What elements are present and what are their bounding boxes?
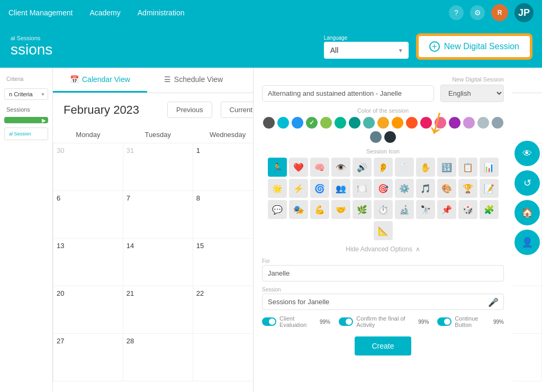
session-icon[interactable]: 🏃 [268, 158, 287, 177]
calendar-cell[interactable]: 30 [53, 143, 123, 191]
session-icon[interactable]: ⏱️ [374, 200, 393, 219]
nav-client-management[interactable]: Client Management [8, 8, 73, 17]
color-dot[interactable] [320, 117, 332, 129]
avatar[interactable]: R [491, 4, 508, 21]
color-dot[interactable] [449, 117, 460, 129]
sidebar-green-item[interactable]: ▶ [4, 117, 48, 123]
create-button[interactable]: Create [355, 336, 411, 355]
session-icon[interactable]: 🎲 [458, 200, 477, 219]
calendar-cell[interactable]: 1 [193, 143, 263, 191]
calendar-cell[interactable]: 7 [123, 191, 193, 239]
color-dot[interactable] [306, 117, 318, 129]
calendar-cell[interactable]: 8 [193, 191, 263, 239]
calendar-cell[interactable]: 20 [53, 286, 123, 334]
session-icon[interactable]: 🎨 [437, 179, 456, 198]
calendar-cell[interactable]: 21 [123, 286, 193, 334]
session-icon[interactable]: 🎵 [416, 179, 435, 198]
tab-schedule-view[interactable]: ☰ Schedule View [147, 68, 240, 93]
logo-icon[interactable]: JP [514, 3, 534, 22]
continue-btn-toggle: Continue Button 99% [437, 315, 504, 328]
session-icon[interactable]: 💪 [310, 200, 329, 219]
client-eval-switch[interactable] [262, 317, 276, 326]
filter-select[interactable]: n Criteria All [4, 88, 48, 100]
color-dot[interactable] [335, 117, 346, 129]
settings-icon[interactable]: ⚙ [470, 5, 485, 20]
prev-button[interactable]: Previous [167, 102, 212, 118]
session-icon[interactable]: 👥 [331, 179, 350, 198]
session-icon[interactable]: 📝 [480, 179, 499, 198]
calendar-cell[interactable]: 6 [53, 191, 123, 239]
color-dot[interactable] [420, 117, 432, 129]
calendar-cell[interactable]: 22 [193, 286, 263, 334]
for-input[interactable] [262, 265, 504, 281]
session-icon[interactable]: ✋ [416, 158, 435, 177]
right-icon-refresh[interactable]: ↺ [514, 170, 540, 196]
right-icon-user[interactable]: 👤 [514, 230, 540, 255]
continue-btn-switch[interactable] [437, 317, 451, 326]
calendar-cell[interactable]: 15 [193, 239, 263, 286]
session-icon[interactable]: 🧠 [310, 158, 329, 177]
session-icon[interactable]: 🔊 [353, 158, 372, 177]
session-icon[interactable]: 🏆 [458, 179, 477, 198]
help-icon[interactable]: ? [449, 5, 464, 20]
tab-calendar-view[interactable]: 📅 Calendar View [53, 68, 147, 93]
sidebar-session-item[interactable]: al Session [4, 127, 48, 140]
session-icon[interactable]: 👂 [374, 158, 393, 177]
confirm-final-switch[interactable] [339, 317, 353, 326]
session-icon[interactable]: 🌟 [268, 179, 287, 198]
session-icon[interactable]: 🍽️ [353, 179, 372, 198]
nav-administration[interactable]: Administration [138, 8, 185, 17]
session-icon[interactable]: 🔢 [437, 158, 456, 177]
color-dot[interactable] [435, 117, 446, 129]
session-icon[interactable]: 🌀 [310, 179, 329, 198]
session-input[interactable] [262, 294, 504, 310]
session-icon[interactable]: 💬 [268, 200, 287, 219]
color-dot[interactable] [406, 117, 418, 129]
session-icon[interactable]: 🌿 [353, 200, 372, 219]
session-icon[interactable]: 👁️ [331, 158, 350, 177]
session-icon[interactable]: 📌 [437, 200, 456, 219]
color-dot[interactable] [463, 117, 475, 129]
session-icon[interactable]: 📊 [480, 158, 499, 177]
session-name-input[interactable] [262, 85, 434, 102]
nav-academy[interactable]: Academy [89, 8, 120, 17]
color-dot[interactable] [477, 117, 489, 129]
session-icon[interactable]: 📋 [458, 158, 477, 177]
session-icon[interactable]: ❤️ [289, 158, 308, 177]
calendar-cell[interactable]: 28 [123, 334, 193, 381]
session-icon[interactable]: 🧩 [480, 200, 499, 219]
advanced-options-toggle[interactable]: Hide Advanced Options ∧ [262, 245, 504, 253]
right-icon-eye[interactable]: 👁 [514, 141, 540, 166]
color-dot[interactable] [492, 117, 503, 129]
color-dot[interactable] [370, 131, 382, 143]
chevron-up-icon: ∧ [415, 245, 420, 253]
session-panel: New Digital Session English Spanish Colo… [253, 68, 512, 392]
color-dot[interactable] [377, 117, 389, 129]
language-session-select[interactable]: English Spanish [440, 85, 504, 102]
right-icon-home[interactable]: 🏠 [514, 200, 540, 225]
color-dot[interactable] [292, 117, 303, 129]
color-dot[interactable] [363, 117, 375, 129]
calendar-cell[interactable]: 13 [53, 239, 123, 286]
color-dot[interactable] [392, 117, 403, 129]
color-dot[interactable] [263, 117, 275, 129]
session-icon[interactable]: 🔬 [395, 200, 414, 219]
session-icon[interactable]: ⚡ [289, 179, 308, 198]
session-icon[interactable]: 🦷 [395, 158, 414, 177]
main-layout: Criteria n Criteria All Sessions ▶ al Se… [0, 68, 542, 392]
calendar-cell[interactable] [193, 334, 263, 381]
color-dot[interactable] [349, 117, 360, 129]
calendar-cell[interactable]: 27 [53, 334, 123, 381]
session-icon[interactable]: 🎭 [289, 200, 308, 219]
color-dot[interactable] [384, 131, 396, 143]
calendar-cell[interactable]: 14 [123, 239, 193, 286]
session-icon[interactable]: 🤝 [331, 200, 350, 219]
language-select[interactable]: All English Spanish [324, 42, 409, 59]
session-icon[interactable]: ⚙️ [395, 179, 414, 198]
session-icon[interactable]: 🎯 [374, 179, 393, 198]
new-session-button[interactable]: + New Digital Session [417, 34, 531, 59]
session-icon[interactable]: 🔭 [416, 200, 435, 219]
session-icon[interactable]: 📐 [374, 221, 393, 240]
calendar-cell[interactable]: 31 [123, 143, 193, 191]
color-dot[interactable] [277, 117, 289, 129]
